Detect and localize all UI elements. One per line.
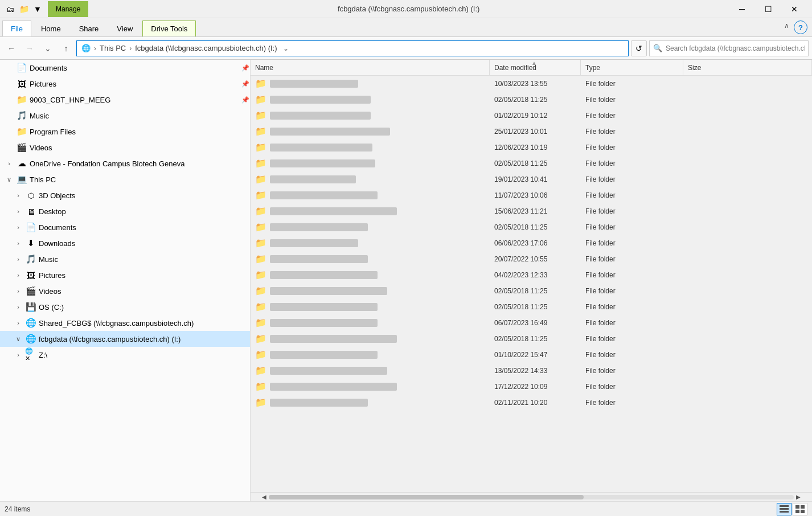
path-separator-1: › xyxy=(94,44,96,52)
search-input[interactable] xyxy=(666,44,805,52)
3dobjects-icon: ⬡ xyxy=(25,190,36,201)
table-row[interactable]: 📁████████ ████ ████████02/05/2018 11:25F… xyxy=(251,92,812,108)
scroll-thumb[interactable] xyxy=(269,495,584,499)
table-row[interactable]: 📁████████ ████ ████████01/02/2019 10:12F… xyxy=(251,108,812,124)
file-list-header: ▲ Name Date modified Type Size xyxy=(251,60,812,76)
table-row[interactable]: 📁████ ████ █████ ██████02/11/2021 10:20F… xyxy=(251,395,812,411)
file-size-cell xyxy=(683,347,812,362)
file-name: ████████ ████ ████████ xyxy=(270,96,371,104)
refresh-button[interactable]: ↺ xyxy=(631,40,647,56)
scroll-left-button[interactable]: ◀ xyxy=(260,493,269,502)
scroll-right-button[interactable]: ▶ xyxy=(794,493,803,502)
table-row[interactable]: 📁████ ████ █████ ██████████13/05/2022 14… xyxy=(251,363,812,379)
file-name-cell: 📁████ ████ █████ ████████ xyxy=(251,299,490,314)
table-row[interactable]: 📁████ ████ ████ ████████12/06/2023 10:19… xyxy=(251,140,812,155)
sidebar-item-9003[interactable]: 📁 9003_CBT_HNP_MEEG 📌 xyxy=(0,92,250,108)
table-row[interactable]: 📁████ ████ █████ ████████████17/12/2022 … xyxy=(251,379,812,395)
tab-file[interactable]: File xyxy=(2,21,31,36)
title-bar-icons: 🗂 📁 ▼ xyxy=(5,3,43,15)
file-list-body[interactable]: 📁████ ███ ████ ██████10/03/2023 13:55Fil… xyxy=(251,76,812,492)
sidebar-item-label: Shared_FCBG$ (\\fcbgnasc.campusbiotech.c… xyxy=(39,319,198,327)
table-row[interactable]: 📁████ ████ █████ ██████02/05/2018 11:25F… xyxy=(251,219,812,235)
recent-locations-button[interactable]: ⌄ xyxy=(40,40,56,56)
folder-icon: 📁 xyxy=(255,269,266,280)
file-name-cell: 📁████ ████ █████ ██████ xyxy=(251,395,490,410)
col-header-name[interactable]: Name xyxy=(251,60,490,75)
forward-button[interactable]: → xyxy=(22,40,38,56)
sidebar-item-program-files[interactable]: 📁 Program Files xyxy=(0,124,250,140)
table-row[interactable]: 📁████ ████ █████ ████████11/07/2023 10:0… xyxy=(251,187,812,203)
table-row[interactable]: 📁████ ████ █████ ██████20/07/2022 10:55F… xyxy=(251,251,812,267)
sidebar-item-thispc[interactable]: ∨ 💻 This PC xyxy=(0,171,250,187)
file-date-cell: 17/12/2022 10:09 xyxy=(490,379,581,394)
minimize-button[interactable]: ─ xyxy=(729,0,755,18)
table-row[interactable]: 📁████████ ████ ████████████25/01/2023 10… xyxy=(251,124,812,140)
help-button[interactable]: ? xyxy=(794,21,807,34)
tab-drive-tools[interactable]: Drive Tools xyxy=(142,21,196,36)
path-dropdown-arrow[interactable]: ⌄ xyxy=(281,44,291,52)
table-row[interactable]: 📁███████ ████ ██████19/01/2023 10:41File… xyxy=(251,171,812,187)
sidebar-item-music[interactable]: › 🎵 Music xyxy=(0,251,250,267)
sidebar-item-pictures-pinned[interactable]: 🖼 Pictures 📌 xyxy=(0,76,250,92)
search-box[interactable]: 🔍 xyxy=(649,40,809,56)
sidebar-item-label: Videos xyxy=(39,287,250,296)
path-this-pc[interactable]: This PC xyxy=(100,44,126,52)
table-row[interactable]: 📁████ ████ █████ ████████06/07/2023 16:4… xyxy=(251,315,812,331)
col-header-size[interactable]: Size xyxy=(683,60,812,75)
view-details-button[interactable] xyxy=(777,503,792,515)
sidebar-item-onedrive[interactable]: › ☁ OneDrive - Fondation Campus Biotech … xyxy=(0,155,250,171)
tab-share[interactable]: Share xyxy=(71,21,108,36)
title-bar: 🗂 📁 ▼ Manage fcbgdata (\\fcbgnasc.campus… xyxy=(0,0,812,18)
file-name-cell: 📁████ ████ █████ ████████████ xyxy=(251,379,490,394)
folder-icon: 📁 xyxy=(255,301,266,312)
close-button[interactable]: ✕ xyxy=(781,0,807,18)
sidebar-item-pictures[interactable]: › 🖼 Pictures xyxy=(0,267,250,283)
table-row[interactable]: 📁████ ████ █████ ████████04/02/2023 12:3… xyxy=(251,267,812,283)
back-button[interactable]: ← xyxy=(3,40,19,56)
sidebar-item-videos[interactable]: › 🎬 Videos xyxy=(0,283,250,299)
sidebar-item-3dobjects[interactable]: › ⬡ 3D Objects xyxy=(0,187,250,203)
folder-icon: 📁 xyxy=(255,190,266,200)
ribbon-collapse-icon[interactable]: ∧ xyxy=(784,22,789,30)
sidebar-item-osc[interactable]: › 💾 OS (C:) xyxy=(0,299,250,315)
quick-access-arrow[interactable]: ▼ xyxy=(32,3,43,15)
sidebar-item-music-pinned[interactable]: 🎵 Music xyxy=(0,108,250,124)
sidebar-item-label: Videos xyxy=(30,144,250,152)
table-row[interactable]: 📁████ ████ █████ ████06/06/2023 17:06Fil… xyxy=(251,235,812,251)
table-row[interactable]: 📁████ ████ █████ ████████████02/05/2018 … xyxy=(251,331,812,347)
tab-view[interactable]: View xyxy=(108,21,141,36)
sidebar-item-videos-pinned[interactable]: 🎬 Videos xyxy=(0,140,250,155)
status-bar: 24 items xyxy=(0,501,812,516)
maximize-button[interactable]: ☐ xyxy=(755,0,781,18)
list-view-icon xyxy=(795,505,805,513)
sidebar-item-downloads[interactable]: › ⬇ Downloads xyxy=(0,235,250,251)
table-row[interactable]: 📁████ ████ █████ ████████01/10/2022 15:4… xyxy=(251,347,812,363)
horizontal-scrollbar[interactable]: ◀ ▶ xyxy=(251,492,812,501)
file-name-cell: 📁████ ████ █████ ████████ xyxy=(251,267,490,282)
sidebar-item-desktop[interactable]: › 🖥 Desktop xyxy=(0,203,250,219)
sidebar-item-fcbgdata[interactable]: ∨ 🌐 fcbgdata (\\fcbgnasc.campusbiotech.c… xyxy=(0,331,250,347)
file-size-cell xyxy=(683,140,812,155)
view-list-button[interactable] xyxy=(793,503,807,515)
file-name-cell: 📁████ ████ █████ ████████ xyxy=(251,187,490,203)
scroll-up-indicator[interactable]: ▲ xyxy=(531,60,537,66)
path-fcbgdata[interactable]: fcbgdata (\\fcbgnasc.campusbiotech.ch) (… xyxy=(135,44,277,52)
table-row[interactable]: 📁████ ████ █████ ████████████15/06/2023 … xyxy=(251,203,812,219)
table-row[interactable]: 📁████████ █████ ████████02/05/2018 11:25… xyxy=(251,155,812,171)
file-name-cell: 📁████ ████ █████ ██████████ xyxy=(251,363,490,378)
table-row[interactable]: 📁████ ███ ████ ██████10/03/2023 13:55Fil… xyxy=(251,76,812,92)
manage-button[interactable]: Manage xyxy=(48,1,88,17)
sidebar-item-documents-pinned[interactable]: 📄 Documents 📌 xyxy=(0,60,250,76)
up-button[interactable]: ↑ xyxy=(58,40,74,56)
table-row[interactable]: 📁████ ████ █████ ████████02/05/2018 11:2… xyxy=(251,299,812,315)
sidebar-item-z-drive[interactable]: › 🌐✕ Z:\ xyxy=(0,347,250,363)
address-path[interactable]: 🌐 › This PC › fcbgdata (\\fcbgnasc.campu… xyxy=(76,40,629,56)
file-size-cell xyxy=(683,76,812,91)
tab-home[interactable]: Home xyxy=(32,21,69,36)
col-header-type[interactable]: Type xyxy=(581,60,683,75)
table-row[interactable]: 📁████ ████ █████ ██████████02/05/2018 11… xyxy=(251,283,812,299)
sidebar-item-documents[interactable]: › 📄 Documents xyxy=(0,219,250,235)
file-name: ████ ████ █████ ████████ xyxy=(270,271,378,279)
sidebar-item-shared-fcbg[interactable]: › 🌐 Shared_FCBG$ (\\fcbgnasc.campusbiote… xyxy=(0,315,250,331)
music-icon: 🎵 xyxy=(25,253,36,265)
